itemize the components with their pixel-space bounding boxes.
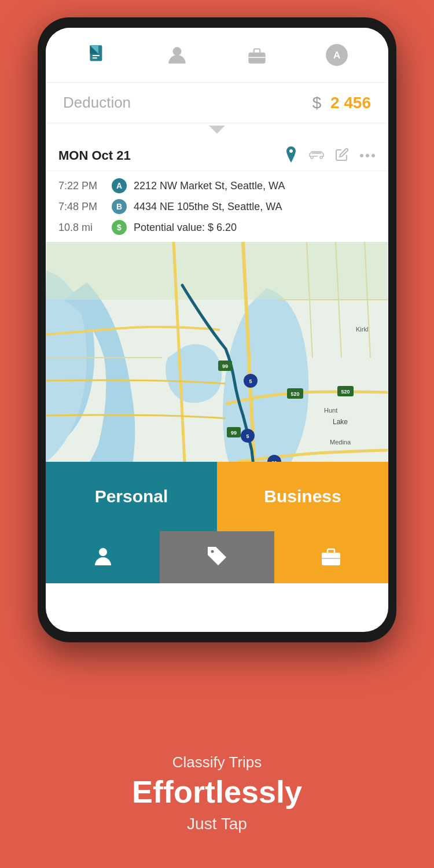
location-pin-icon[interactable] (284, 146, 298, 165)
more-icon[interactable] (359, 150, 376, 161)
trip-card: MON Oct 21 (46, 137, 388, 242)
svg-text:99: 99 (222, 363, 228, 369)
trip-miles: 10.8 mi (58, 222, 105, 234)
trip-actions (284, 146, 376, 165)
svg-text:Kirkl: Kirkl (356, 326, 368, 333)
svg-rect-3 (93, 55, 100, 56)
tab-briefcase-icon (319, 545, 343, 570)
phone-screen: A Deduction $ 2 456 MON Oct 21 (46, 28, 388, 632)
trip-value-row: 10.8 mi $ Potential value: $ 6.20 (58, 220, 376, 235)
svg-text:Medina: Medina (330, 439, 351, 446)
svg-text:Hunt: Hunt (324, 407, 337, 414)
waypoint-b-badge: B (112, 199, 127, 214)
dropdown-arrow-container (46, 123, 388, 137)
svg-text:A: A (333, 50, 340, 61)
trip-start-row: 7:22 PM A 2212 NW Market St, Seattle, WA (58, 178, 376, 193)
bottom-text-section: Classify Trips Effortlessly Just Tap (0, 753, 434, 833)
nav-briefcase-icon[interactable] (241, 39, 273, 71)
svg-rect-4 (93, 57, 97, 58)
trip-end-time: 7:48 PM (58, 201, 105, 213)
svg-text:5: 5 (246, 433, 249, 439)
deduction-amount: 2 456 (330, 94, 371, 112)
tab-tag[interactable] (160, 531, 274, 583)
tab-tag-icon (205, 545, 229, 570)
dropdown-arrow-icon (209, 126, 225, 134)
tab-personal[interactable] (46, 531, 160, 583)
tab-person-icon (91, 545, 115, 570)
classify-tagline: Just Tap (0, 815, 434, 833)
svg-text:99: 99 (231, 430, 237, 436)
trip-start-address: 2212 NW Market St, Seattle, WA (134, 180, 285, 192)
svg-text:5: 5 (249, 378, 252, 384)
tab-business[interactable] (274, 531, 388, 583)
deduction-label: Deduction (63, 94, 131, 112)
personal-button[interactable]: Personal (46, 462, 217, 531)
trip-start-time: 7:22 PM (58, 180, 105, 192)
svg-text:520: 520 (290, 391, 299, 397)
nav-avatar-icon[interactable]: A (321, 39, 353, 71)
svg-point-11 (366, 154, 369, 157)
trip-end-address: 4434 NE 105the St, Seattle, WA (134, 201, 282, 213)
dollar-icon: $ (112, 220, 127, 235)
svg-point-34 (99, 548, 107, 556)
svg-point-12 (372, 154, 375, 157)
top-nav: A (46, 28, 388, 83)
classify-main-title: Effortlessly (0, 775, 434, 809)
trip-details: 7:22 PM A 2212 NW Market St, Seattle, WA… (46, 171, 388, 242)
map-container: 5 5 520 520 99 99 90 Kirkl (46, 242, 388, 531)
classify-buttons: Personal Business (46, 462, 388, 531)
bottom-tabs (46, 531, 388, 583)
waypoint-a-badge: A (112, 178, 127, 193)
edit-icon[interactable] (335, 148, 349, 164)
business-button[interactable]: Business (217, 462, 388, 531)
svg-rect-6 (248, 53, 265, 64)
deduction-currency: $ (312, 94, 322, 112)
car-icon[interactable] (308, 148, 325, 163)
deduction-value: $ 2 456 (312, 94, 371, 112)
svg-text:520: 520 (341, 389, 350, 395)
svg-point-10 (360, 154, 363, 157)
trip-date: MON Oct 21 (58, 148, 131, 163)
svg-text:Lake: Lake (333, 418, 348, 426)
svg-point-35 (211, 550, 214, 553)
trip-header: MON Oct 21 (46, 137, 388, 171)
nav-document-icon[interactable] (82, 39, 113, 71)
trip-potential-value: Potential value: $ 6.20 (134, 222, 237, 234)
phone-wrapper: A Deduction $ 2 456 MON Oct 21 (38, 17, 396, 642)
svg-point-5 (173, 47, 182, 56)
trip-end-row: 7:48 PM B 4434 NE 105the St, Seattle, WA (58, 199, 376, 214)
deduction-bar: Deduction $ 2 456 (46, 83, 388, 123)
classify-subtitle: Classify Trips (0, 753, 434, 771)
nav-person-icon[interactable] (161, 39, 193, 71)
